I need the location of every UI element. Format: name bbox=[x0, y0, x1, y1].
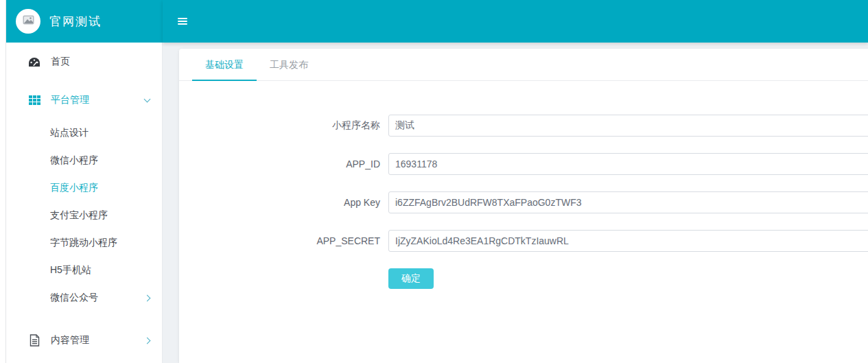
app-key-field[interactable] bbox=[388, 191, 868, 213]
app-id-label: APP_ID bbox=[179, 159, 388, 169]
content-area: 基础设置 工具发布 小程序名称 APP_ID bbox=[163, 43, 868, 363]
sidebar-item-label: 字节跳动小程序 bbox=[50, 237, 117, 249]
app-title: 官网测试 bbox=[49, 14, 102, 30]
sidebar-item-label: 微信小程序 bbox=[50, 154, 98, 167]
sidebar-item-label: 平台管理 bbox=[51, 94, 89, 106]
image-icon bbox=[23, 15, 34, 27]
sidebar-item-h5-mobile-site[interactable]: H5手机站 bbox=[6, 257, 162, 284]
sidebar-item-label: 百度小程序 bbox=[50, 182, 98, 194]
sidebar: 官网测试 首页 bbox=[6, 0, 163, 363]
document-icon bbox=[28, 334, 40, 347]
sidebar-item-label: 站点设计 bbox=[50, 127, 89, 139]
tab-label: 工具发布 bbox=[270, 59, 308, 70]
sidebar-item-label: H5手机站 bbox=[50, 264, 91, 277]
dashboard-icon bbox=[28, 57, 40, 67]
admin-app: 官网测试 首页 bbox=[5, 0, 868, 363]
app-key-label: App Key bbox=[179, 197, 388, 208]
sidebar-header: 官网测试 bbox=[6, 0, 163, 43]
form-row-app-id: APP_ID bbox=[179, 153, 868, 175]
chevron-right-icon bbox=[144, 337, 151, 344]
app-logo[interactable] bbox=[16, 9, 40, 34]
form-actions: 确定 bbox=[388, 268, 868, 289]
sidebar-item-site-design[interactable]: 站点设计 bbox=[6, 119, 162, 147]
chevron-down-icon bbox=[144, 96, 151, 103]
chevron-right-icon bbox=[144, 294, 151, 301]
app-secret-field[interactable] bbox=[388, 230, 868, 252]
form-row-app-secret: APP_SECRET bbox=[179, 230, 868, 252]
app-secret-label: APP_SECRET bbox=[179, 235, 388, 246]
sidebar-item-bytedance-miniprogram[interactable]: 字节跳动小程序 bbox=[6, 229, 162, 257]
tab-tool-publish[interactable]: 工具发布 bbox=[257, 49, 321, 80]
sidebar-item-label: 首页 bbox=[51, 56, 70, 68]
tab-label: 基础设置 bbox=[205, 59, 244, 70]
grid-icon bbox=[28, 95, 40, 105]
sidebar-item-content-management[interactable]: 内容管理 bbox=[6, 321, 162, 360]
tab-basic-settings[interactable]: 基础设置 bbox=[192, 49, 257, 80]
confirm-button[interactable]: 确定 bbox=[388, 268, 434, 289]
tabs-bar: 基础设置 工具发布 bbox=[179, 49, 868, 81]
sidebar-item-alipay-miniprogram[interactable]: 支付宝小程序 bbox=[6, 202, 162, 229]
sidebar-item-baidu-miniprogram[interactable]: 百度小程序 bbox=[6, 174, 162, 202]
sidebar-item-wechat-official-account[interactable]: 微信公众号 bbox=[6, 284, 162, 312]
miniprogram-name-field[interactable] bbox=[388, 115, 868, 137]
sidebar-item-label: 支付宝小程序 bbox=[50, 209, 108, 222]
form-row-miniprogram-name: 小程序名称 bbox=[179, 115, 868, 137]
settings-card: 基础设置 工具发布 小程序名称 APP_ID bbox=[179, 49, 868, 363]
sidebar-item-wechat-miniprogram[interactable]: 微信小程序 bbox=[6, 147, 162, 174]
hamburger-menu-icon[interactable] bbox=[178, 18, 187, 25]
sidebar-item-label: 内容管理 bbox=[51, 334, 89, 347]
sidebar-nav: 首页 平台管理 站点设计 bbox=[6, 43, 163, 363]
form-row-app-key: App Key bbox=[179, 191, 868, 213]
sidebar-item-platform-management[interactable]: 平台管理 bbox=[6, 81, 162, 119]
settings-form: 小程序名称 APP_ID App Key APP_SECRET bbox=[179, 81, 868, 289]
miniprogram-name-label: 小程序名称 bbox=[179, 119, 388, 132]
sidebar-item-label: 微信公众号 bbox=[50, 292, 98, 304]
topbar bbox=[163, 0, 868, 43]
sidebar-item-home[interactable]: 首页 bbox=[6, 43, 162, 81]
app-id-field[interactable] bbox=[388, 153, 868, 175]
main-area: 基础设置 工具发布 小程序名称 APP_ID bbox=[163, 0, 868, 363]
